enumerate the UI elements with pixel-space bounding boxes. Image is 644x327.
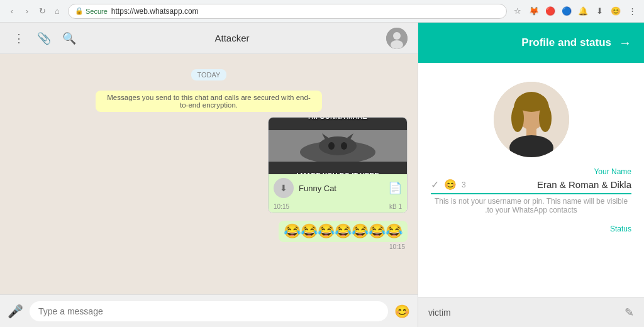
lock-icon: 🔒 bbox=[75, 7, 84, 15]
avatar[interactable] bbox=[386, 28, 408, 49]
extension-btn2[interactable]: 🔴 bbox=[543, 4, 557, 18]
message-bubble-file: I'M GONNA MAKE bbox=[268, 117, 408, 216]
meme-image: I'M GONNA MAKE bbox=[269, 118, 407, 174]
secure-text: Secure bbox=[86, 8, 108, 15]
file-type-icon: 📄 bbox=[388, 181, 402, 195]
menu-button[interactable]: ⋮ bbox=[625, 4, 639, 18]
profile-avatar-svg bbox=[494, 82, 569, 157]
chat-messages: TODAY Messages you send to this chat and… bbox=[0, 54, 418, 294]
char-count: 3 bbox=[462, 180, 466, 189]
svg-point-2 bbox=[391, 40, 403, 49]
meme-line1: I'M GONNA MAKE bbox=[308, 118, 367, 120]
system-message: Messages you send to this chat and calls… bbox=[96, 91, 322, 112]
victim-bar: victim ✎ bbox=[418, 297, 644, 327]
arrow-icon[interactable]: → bbox=[619, 36, 631, 50]
extension-btn4[interactable]: 🔔 bbox=[576, 4, 590, 18]
svg-point-9 bbox=[341, 142, 347, 150]
right-panel: Profile and status → bbox=[418, 23, 644, 327]
menu-icon[interactable]: ⋮ bbox=[10, 30, 28, 47]
star-button[interactable]: ☆ bbox=[511, 4, 525, 18]
status-section: Status bbox=[431, 224, 631, 236]
svg-point-15 bbox=[516, 93, 547, 112]
chat-input-bar: 🎤 😊 bbox=[0, 294, 418, 327]
edit-icon[interactable]: ✎ bbox=[625, 306, 634, 319]
forward-button[interactable]: › bbox=[20, 4, 34, 18]
emoji-text: 😂😂😂😂😂😂😂 bbox=[279, 221, 408, 242]
name-input-row: ✓ 😊 3 bbox=[431, 179, 631, 194]
file-time: 10:15 bbox=[274, 203, 289, 210]
download-button[interactable]: ⬇ bbox=[274, 178, 294, 198]
search-icon[interactable]: 🔍 bbox=[60, 30, 78, 47]
profile-header-title: Profile and status bbox=[431, 36, 611, 49]
file-preview: I'M GONNA MAKE bbox=[268, 117, 408, 213]
nav-buttons: ‹ › ↻ ⌂ bbox=[5, 4, 64, 18]
extension-btn6[interactable]: 😊 bbox=[609, 4, 623, 18]
address-bar[interactable]: 🔒 Secure https://web.whatsapp.com bbox=[68, 4, 507, 19]
chat-title: Attacker bbox=[86, 33, 379, 43]
secure-indicator: 🔒 Secure bbox=[75, 7, 108, 15]
back-button[interactable]: ‹ bbox=[5, 4, 19, 18]
url-text: https://web.whatsapp.com bbox=[111, 7, 199, 16]
emoji-icon[interactable]: 😊 bbox=[444, 179, 457, 191]
refresh-button[interactable]: ↻ bbox=[35, 4, 49, 18]
name-section: Your Name ✓ 😊 3 This is not your usernam… bbox=[431, 167, 631, 214]
emoji-time: 10:15 bbox=[389, 243, 405, 250]
name-input[interactable] bbox=[471, 179, 631, 190]
avatar-svg bbox=[386, 28, 408, 49]
meme-line2: I MADE YOU DO IT HERE bbox=[296, 172, 379, 174]
emoji-button[interactable]: 😊 bbox=[394, 304, 410, 319]
app-container: ⋮ 📎 🔍 Attacker TODAY Messages you send t… bbox=[0, 23, 644, 327]
check-icon[interactable]: ✓ bbox=[431, 179, 439, 191]
chat-section: ⋮ 📎 🔍 Attacker TODAY Messages you send t… bbox=[0, 23, 418, 327]
browser-chrome: ‹ › ↻ ⌂ 🔒 Secure https://web.whatsapp.co… bbox=[0, 0, 644, 23]
emoji-message: 😂😂😂😂😂😂😂 10:15 bbox=[279, 221, 408, 250]
extension-btn5[interactable]: ⬇ bbox=[592, 4, 606, 18]
victim-text: victim bbox=[428, 308, 451, 318]
profile-avatar-large[interactable] bbox=[494, 82, 569, 157]
attachment-icon[interactable]: 📎 bbox=[35, 30, 53, 47]
extension-btn3[interactable]: 🔵 bbox=[560, 4, 574, 18]
chat-topbar: ⋮ 📎 🔍 Attacker bbox=[0, 23, 418, 54]
file-name: Funny Cat bbox=[299, 184, 383, 193]
file-size: kB 1 bbox=[389, 203, 402, 210]
svg-point-5 bbox=[319, 136, 357, 155]
file-info: ⬇ Funny Cat 📄 bbox=[269, 174, 407, 202]
date-badge: TODAY bbox=[191, 69, 227, 80]
cat-svg bbox=[269, 130, 407, 162]
profile-content: Your Name ✓ 😊 3 This is not your usernam… bbox=[418, 63, 644, 297]
home-button[interactable]: ⌂ bbox=[50, 4, 64, 18]
svg-point-8 bbox=[328, 142, 335, 150]
browser-actions: ☆ 🦊 🔴 🔵 🔔 ⬇ 😊 ⋮ bbox=[511, 4, 639, 18]
name-hint: This is not your username or pin. This n… bbox=[431, 197, 631, 214]
status-label: Status bbox=[431, 224, 631, 233]
profile-header[interactable]: Profile and status → bbox=[418, 23, 644, 63]
mic-button[interactable]: 🎤 bbox=[8, 304, 23, 319]
name-label: Your Name bbox=[431, 167, 631, 176]
message-input[interactable] bbox=[30, 301, 388, 321]
svg-point-1 bbox=[393, 32, 401, 40]
cat-image bbox=[269, 130, 407, 162]
extension-btn1[interactable]: 🦊 bbox=[527, 4, 541, 18]
